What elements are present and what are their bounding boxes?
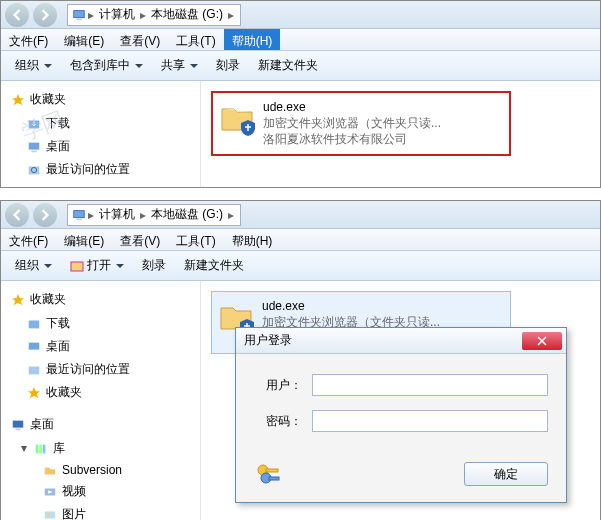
titlebar[interactable]: ▸ 计算机 ▸ 本地磁盘 (G:) ▸ (1, 1, 600, 29)
sidebar-item-videos[interactable]: 视频 (5, 480, 200, 503)
menu-help[interactable]: 帮助(H) (224, 29, 281, 50)
sidebar-item-label: 下载 (46, 315, 70, 332)
keys-icon (254, 460, 282, 488)
dialog-titlebar[interactable]: 用户登录 (236, 328, 566, 354)
svg-rect-1 (76, 18, 81, 20)
desktop-icon (27, 140, 41, 154)
pictures-icon (43, 508, 57, 521)
toolbar-burn[interactable]: 刻录 (208, 53, 248, 78)
star-icon (11, 293, 25, 307)
nav-forward-button[interactable] (33, 203, 57, 227)
svg-rect-7 (74, 210, 85, 217)
recent-icon (27, 363, 41, 377)
dialog-body: 用户： 密码： (236, 354, 566, 460)
svg-rect-10 (29, 320, 40, 328)
form-row-password: 密码： (254, 410, 548, 432)
nav-forward-button[interactable] (33, 3, 57, 27)
sidebar-item-desktop[interactable]: 桌面 (5, 135, 200, 158)
user-input[interactable] (312, 374, 548, 396)
sidebar-item-label: 下载 (46, 115, 70, 132)
breadcrumb[interactable]: ▸ 计算机 ▸ 本地磁盘 (G:) ▸ (67, 204, 241, 226)
chevron-right-icon: ▸ (138, 8, 148, 22)
menu-edit[interactable]: 编辑(E) (56, 29, 112, 50)
computer-icon (72, 208, 86, 222)
toolbar-open[interactable]: 打开 (62, 253, 132, 278)
toolbar-include-library[interactable]: 包含到库中 (62, 53, 151, 78)
sidebar-favorites-head[interactable]: 收藏夹 (5, 287, 200, 312)
star-icon (11, 93, 25, 107)
open-icon (70, 259, 84, 273)
crumb-drive[interactable]: 本地磁盘 (G:) (148, 6, 226, 23)
svg-rect-4 (31, 150, 36, 152)
toolbar-open-label: 打开 (87, 257, 111, 274)
menu-view[interactable]: 查看(V) (112, 29, 168, 50)
desktop-icon (27, 340, 41, 354)
desktop-icon (11, 418, 25, 432)
tree-collapse-icon[interactable] (19, 444, 29, 454)
sidebar-item-subversion[interactable]: Subversion (5, 460, 200, 480)
svg-rect-16 (39, 444, 42, 453)
toolbar-new-folder[interactable]: 新建文件夹 (250, 53, 326, 78)
content-pane: ude.exe 加密文件夹浏览器（文件夹只读... 洛阳夏冰软件技术有限公司 用… (201, 281, 600, 520)
sidebar-item-favorites2[interactable]: 收藏夹 (5, 381, 200, 404)
toolbar-new-folder[interactable]: 新建文件夹 (176, 253, 252, 278)
sidebar-favorites-head[interactable]: 收藏夹 (5, 87, 200, 112)
sidebar: 学网 收藏夹 下载 桌面 最近访问的位置 (1, 81, 201, 187)
file-name: ude.exe (263, 99, 441, 115)
sidebar-item-recent[interactable]: 最近访问的位置 (5, 358, 200, 381)
sidebar-item-downloads[interactable]: 下载 (5, 112, 200, 135)
star-icon (27, 386, 41, 400)
toolbar-share[interactable]: 共享 (153, 53, 206, 78)
nav-back-button[interactable] (5, 203, 29, 227)
menu-edit[interactable]: 编辑(E) (56, 229, 112, 250)
menu-file[interactable]: 文件(F) (1, 29, 56, 50)
password-input[interactable] (312, 410, 548, 432)
computer-icon (72, 8, 86, 22)
ok-button[interactable]: 确定 (464, 462, 548, 486)
svg-rect-13 (13, 420, 24, 427)
menubar: 文件(F) 编辑(E) 查看(V) 工具(T) 帮助(H) (1, 229, 600, 251)
sidebar-item-label: 最近访问的位置 (46, 161, 130, 178)
video-icon (43, 485, 57, 499)
toolbar-organize[interactable]: 组织 (7, 253, 60, 278)
sidebar-item-label: Subversion (62, 463, 122, 477)
svg-rect-19 (45, 511, 56, 518)
chevron-right-icon: ▸ (86, 8, 96, 22)
svg-rect-17 (43, 444, 46, 453)
explorer-body: 学网 收藏夹 下载 桌面 最近访问的位置 (1, 81, 600, 187)
nav-back-button[interactable] (5, 3, 29, 27)
menu-file[interactable]: 文件(F) (1, 229, 56, 250)
menu-view[interactable]: 查看(V) (112, 229, 168, 250)
sidebar-favorites-label: 收藏夹 (30, 291, 66, 308)
sidebar-item-downloads[interactable]: 下载 (5, 312, 200, 335)
sidebar-desktop-head[interactable]: 桌面 (5, 412, 200, 437)
crumb-computer[interactable]: 计算机 (96, 206, 138, 223)
menu-tools[interactable]: 工具(T) (168, 229, 223, 250)
svg-rect-3 (29, 142, 40, 149)
crumb-drive[interactable]: 本地磁盘 (G:) (148, 206, 226, 223)
downloads-icon (27, 317, 41, 331)
file-desc-1: 加密文件夹浏览器（文件夹只读... (263, 115, 441, 131)
menu-help[interactable]: 帮助(H) (224, 229, 281, 250)
sidebar-item-library[interactable]: 库 (5, 437, 200, 460)
file-item-ude-exe[interactable]: ude.exe 加密文件夹浏览器（文件夹只读... 洛阳夏冰软件技术有限公司 (211, 91, 511, 156)
menu-tools[interactable]: 工具(T) (168, 29, 223, 50)
explorer-window-1: ▸ 计算机 ▸ 本地磁盘 (G:) ▸ 文件(F) 编辑(E) 查看(V) 工具… (0, 0, 601, 188)
file-name: ude.exe (262, 298, 440, 314)
sidebar: 收藏夹 下载 桌面 最近访问的位置 收藏夹 桌面 (1, 281, 201, 520)
sidebar-item-pictures[interactable]: 图片 (5, 503, 200, 520)
titlebar[interactable]: ▸ 计算机 ▸ 本地磁盘 (G:) ▸ (1, 201, 600, 229)
dialog-close-button[interactable] (522, 332, 562, 350)
recent-icon (27, 163, 41, 177)
shield-icon (239, 119, 257, 137)
toolbar-burn[interactable]: 刻录 (134, 253, 174, 278)
chevron-right-icon: ▸ (86, 208, 96, 222)
sidebar-item-recent[interactable]: 最近访问的位置 (5, 158, 200, 181)
dialog-title: 用户登录 (244, 332, 292, 349)
svg-rect-11 (29, 342, 40, 349)
toolbar-organize[interactable]: 组织 (7, 53, 60, 78)
sidebar-item-desktop[interactable]: 桌面 (5, 335, 200, 358)
svg-rect-8 (76, 218, 81, 220)
crumb-computer[interactable]: 计算机 (96, 6, 138, 23)
breadcrumb[interactable]: ▸ 计算机 ▸ 本地磁盘 (G:) ▸ (67, 4, 241, 26)
